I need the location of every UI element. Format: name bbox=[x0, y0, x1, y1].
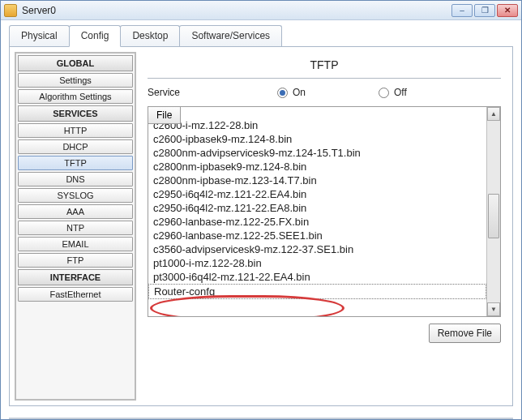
tab-desktop[interactable]: Desktop bbox=[120, 25, 180, 46]
tab-software-services[interactable]: Software/Services bbox=[179, 25, 282, 46]
scroll-thumb[interactable] bbox=[488, 194, 499, 238]
sidebar-item-syslog[interactable]: SYSLOG bbox=[18, 188, 133, 203]
radio-off-label: Off bbox=[394, 87, 407, 98]
file-item[interactable]: c2800nm-advipservicesk9-mz.124-15.T1.bin bbox=[148, 146, 486, 160]
file-list[interactable]: c2600-i-mz.122-28.binc2600-ipbasek9-mz.1… bbox=[148, 107, 486, 316]
file-item[interactable]: c2960-lanbase-mz.122-25.FX.bin bbox=[148, 215, 486, 229]
service-label: Service bbox=[148, 87, 277, 98]
maximize-button[interactable]: ❐ bbox=[474, 4, 495, 17]
page-title: TFTP bbox=[148, 55, 501, 78]
vertical-scrollbar[interactable]: ▲ ▼ bbox=[486, 107, 500, 316]
file-item[interactable]: c2950-i6q4l2-mz.121-22.EA4.bin bbox=[148, 187, 486, 201]
file-item[interactable]: c2960-lanbase-mz.122-25.SEE1.bin bbox=[148, 229, 486, 242]
file-item[interactable]: pt1000-i-mz.122-28.bin bbox=[148, 256, 486, 270]
window-controls: – ❐ ✕ bbox=[451, 4, 518, 17]
scroll-down-button[interactable]: ▼ bbox=[487, 302, 500, 316]
sidebar-header-interface: INTERFACE bbox=[18, 269, 133, 285]
button-row: Remove File bbox=[148, 324, 501, 343]
tab-bar: PhysicalConfigDesktopSoftware/Services bbox=[1, 20, 521, 46]
file-column-header[interactable]: File bbox=[148, 106, 181, 124]
sidebar-item-ftp[interactable]: FTP bbox=[18, 253, 133, 268]
file-item[interactable]: c2600-ipbasek9-mz.124-8.bin bbox=[148, 132, 486, 146]
radio-on-indicator bbox=[277, 88, 288, 98]
footer-divider bbox=[9, 418, 513, 419]
sidebar-header-services: SERVICES bbox=[18, 105, 133, 122]
radio-off-indicator bbox=[379, 88, 389, 98]
app-icon bbox=[4, 4, 17, 17]
file-item[interactable]: c2950-i6q4l2-mz.121-22.EA8.bin bbox=[148, 201, 486, 215]
scroll-track[interactable] bbox=[487, 121, 500, 302]
radio-off[interactable]: Off bbox=[379, 87, 407, 98]
close-button[interactable]: ✕ bbox=[497, 4, 518, 17]
file-item[interactable]: pt3000-i6q4l2-mz.121-22.EA4.bin bbox=[148, 270, 486, 284]
tab-physical[interactable]: Physical bbox=[9, 25, 70, 46]
window-title: Server0 bbox=[22, 5, 451, 16]
main-content: TFTP Service On Off File bbox=[141, 52, 507, 401]
service-row: Service On Off bbox=[148, 87, 501, 98]
config-panel: GLOBALSettingsAlgorithm SettingsSERVICES… bbox=[9, 46, 513, 406]
scroll-up-button[interactable]: ▲ bbox=[487, 107, 500, 121]
sidebar-item-fastethernet[interactable]: FastEthernet bbox=[18, 287, 133, 302]
sidebar-item-dns[interactable]: DNS bbox=[18, 172, 133, 186]
remove-file-button[interactable]: Remove File bbox=[429, 324, 501, 343]
sidebar-item-algorithm-settings[interactable]: Algorithm Settings bbox=[18, 89, 133, 104]
titlebar: Server0 – ❐ ✕ bbox=[1, 1, 521, 20]
radio-on[interactable]: On bbox=[277, 87, 306, 98]
minimize-button[interactable]: – bbox=[451, 4, 473, 17]
file-item[interactable]: c2600-i-mz.122-28.bin bbox=[148, 118, 486, 132]
sidebar-item-tftp[interactable]: TFTP bbox=[18, 156, 133, 170]
sidebar-item-dhcp[interactable]: DHCP bbox=[18, 139, 133, 154]
file-listbox: File c2600-i-mz.122-28.binc2600-ipbasek9… bbox=[148, 106, 501, 317]
file-item[interactable]: c3560-advipservicesk9-mz.122-37.SE1.bin bbox=[148, 242, 486, 256]
file-item[interactable]: c2800nm-ipbasek9-mz.124-8.bin bbox=[148, 160, 486, 174]
service-radio-group: On Off bbox=[277, 87, 501, 98]
sidebar-item-aaa[interactable]: AAA bbox=[18, 204, 133, 219]
tab-config[interactable]: Config bbox=[69, 25, 122, 47]
sidebar-item-settings[interactable]: Settings bbox=[18, 73, 133, 88]
sidebar: GLOBALSettingsAlgorithm SettingsSERVICES… bbox=[15, 52, 136, 401]
sidebar-header-global: GLOBAL bbox=[18, 55, 133, 71]
divider bbox=[148, 78, 501, 79]
radio-on-label: On bbox=[293, 87, 306, 98]
app-window: Server0 – ❐ ✕ PhysicalConfigDesktopSoftw… bbox=[0, 0, 522, 420]
sidebar-item-ntp[interactable]: NTP bbox=[18, 221, 133, 235]
file-item[interactable]: Router-confg bbox=[148, 284, 486, 299]
sidebar-item-email[interactable]: EMAIL bbox=[18, 237, 133, 251]
file-item[interactable]: c2800nm-ipbase-mz.123-14.T7.bin bbox=[148, 174, 486, 187]
sidebar-item-http[interactable]: HTTP bbox=[18, 123, 133, 138]
